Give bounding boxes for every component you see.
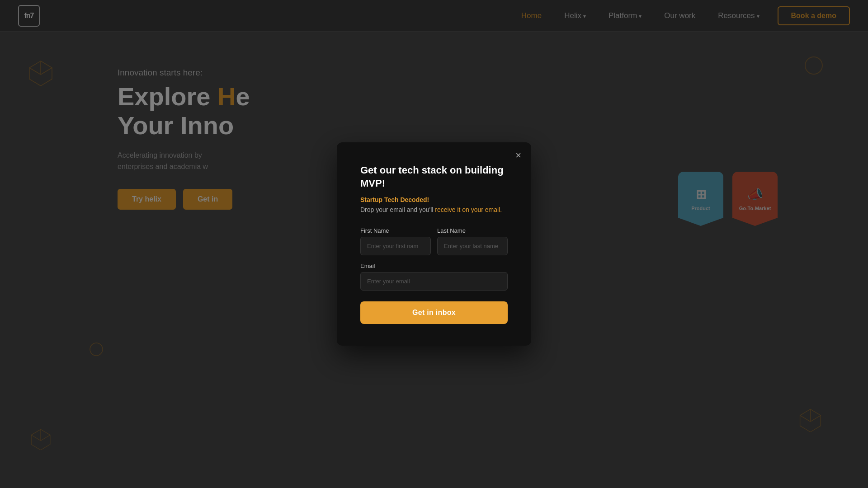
name-fields-row: First Name Last Name	[360, 227, 508, 255]
email-input[interactable]	[360, 272, 508, 291]
modal-subtitle-link: receive it on your email.	[435, 206, 502, 213]
first-name-label: First Name	[360, 227, 431, 234]
first-name-group: First Name	[360, 227, 431, 255]
first-name-input[interactable]	[360, 237, 431, 255]
modal-title: Get our tech stack on building MVP!	[360, 164, 508, 190]
email-label: Email	[360, 263, 508, 269]
last-name-label: Last Name	[437, 227, 508, 234]
modal-close-button[interactable]: ×	[515, 150, 521, 160]
last-name-input[interactable]	[437, 237, 508, 255]
modal-subtitle-text: Drop your email and you'll	[360, 206, 435, 213]
modal: × Get our tech stack on building MVP! St…	[337, 142, 531, 346]
modal-subtitle-accent: Startup Tech Decoded!	[360, 196, 508, 203]
last-name-group: Last Name	[437, 227, 508, 255]
email-group: Email	[360, 263, 508, 291]
submit-button[interactable]: Get in inbox	[360, 301, 508, 324]
modal-overlay[interactable]: × Get our tech stack on building MVP! St…	[0, 0, 868, 488]
modal-subtitle: Drop your email and you'll receive it on…	[360, 205, 508, 215]
